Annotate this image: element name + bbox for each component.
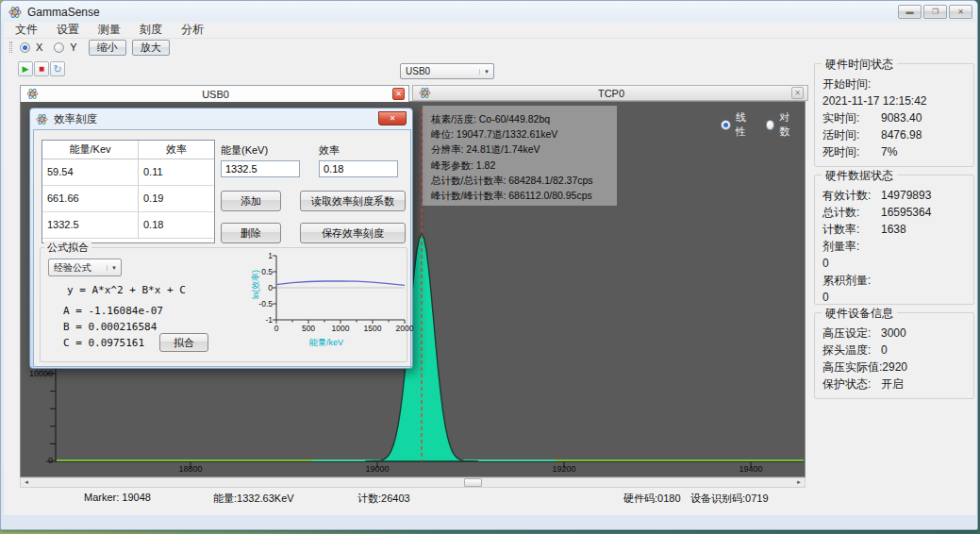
fit-x-tick: 2000	[388, 324, 422, 333]
protect-status-label: 保护状态:	[822, 375, 881, 392]
count-rate-label: 计数率:	[822, 221, 881, 238]
coefficient-a: A = -1.16084e-07	[63, 305, 163, 317]
fit-x-tick: 1000	[324, 324, 357, 333]
efficiency-fit-chart: 1 0.5 0 -0.5 -1 0 500 1000 1500 2000 ln(…	[241, 248, 412, 363]
dialog-title: 效率刻度	[54, 112, 97, 126]
dead-time-label: 死时间:	[822, 143, 881, 160]
count-rate-value: 1638	[881, 223, 906, 236]
chevron-down-icon: ▼	[479, 69, 493, 75]
table-row[interactable]: 59.54 0.11	[42, 159, 214, 186]
delete-button[interactable]: 删除	[221, 223, 281, 243]
status-counts: 计数:26403	[357, 492, 410, 506]
dialog-close-button[interactable]: ✕	[378, 111, 407, 125]
x-tick-19400: 19400	[723, 464, 779, 474]
close-button[interactable]: ✕	[949, 5, 972, 19]
table-row[interactable]: 1332.5 0.18	[42, 212, 214, 239]
hardware-data-title: 硬件数据状态	[822, 168, 897, 184]
x-axis-radio[interactable]	[20, 42, 30, 53]
cell-energy: 59.54	[42, 159, 139, 185]
add-button[interactable]: 添加	[221, 191, 281, 211]
tab-tcp0-close-icon[interactable]: ✕	[791, 87, 804, 99]
status-device-id: 设备识别码:0719	[690, 492, 769, 506]
energy-input-label: 能量(KeV)	[221, 143, 268, 158]
zoom-out-button[interactable]: 缩小	[89, 40, 126, 56]
hv-set-label: 高压设定:	[822, 325, 881, 342]
probe-temp-value: 0	[881, 343, 888, 357]
start-acquisition-button[interactable]: ▶	[18, 61, 33, 76]
toolbar-gripper	[9, 42, 12, 53]
device-select[interactable]: USB0 ▼	[400, 63, 494, 79]
efficiency-table[interactable]: 能量/Kev 效率 59.54 0.11 661.66 0.19 1332.5 …	[42, 140, 215, 243]
menu-file[interactable]: 文件	[15, 22, 38, 38]
valid-counts-value: 14979893	[881, 189, 931, 202]
status-marker: Marker: 19048	[84, 492, 151, 503]
hv-actual-label: 高压实际值:	[822, 359, 882, 375]
menu-settings[interactable]: 设置	[57, 22, 79, 38]
table-row[interactable]: 661.66 0.19	[42, 186, 214, 212]
fit-x-axis-label: 能量/keV	[241, 337, 412, 349]
x-axis-label: X	[36, 42, 42, 53]
horizontal-scrollbar[interactable]: ◄ ►	[20, 477, 806, 488]
cumulative-dose-label: 累积剂量:	[822, 272, 881, 289]
scrollbar-thumb[interactable]	[464, 478, 482, 487]
y-tick-0: 0	[23, 456, 53, 465]
fit-curve	[276, 281, 405, 285]
coefficient-b: B = 0.000216584	[63, 321, 157, 333]
x-tick-18800: 18800	[162, 464, 219, 474]
hv-set-value: 3000	[881, 326, 906, 340]
dialog-titlebar[interactable]: 效率刻度 ✕	[30, 108, 412, 129]
linear-scale-radio[interactable]	[721, 120, 731, 130]
titlebar: GammaSense ▬ ❐ ✕	[4, 3, 976, 22]
status-energy: 能量:1332.63KeV	[213, 492, 294, 506]
formula-fit-group: 公式拟合 经验公式 ▼ y = A*x^2 + B*x + C A = -1.1…	[40, 247, 407, 362]
menu-calibration[interactable]: 刻度	[140, 22, 162, 38]
dialog-body: 能量/Kev 效率 59.54 0.11 661.66 0.19 1332.5 …	[33, 129, 411, 367]
energy-input[interactable]	[221, 160, 300, 177]
axis-toolbar: X Y 缩小 放大	[4, 39, 976, 56]
info-total-counts: 总计数/总计数率: 684284.1/82.37cps	[431, 173, 608, 188]
linear-scale-label: 线性	[736, 110, 754, 139]
stop-acquisition-button[interactable]: ■	[34, 61, 49, 76]
fit-button[interactable]: 拟合	[159, 333, 208, 352]
info-nuclide: 核素/活度: Co-60/449.82bq	[431, 111, 608, 126]
x-tick-19000: 19000	[349, 464, 406, 474]
maximize-button[interactable]: ❐	[923, 5, 947, 19]
start-time-label: 开始时间:	[822, 75, 881, 92]
hardware-time-group: 硬件时间状态 开始时间: 2021-11-17 12:15:42 实时间:908…	[814, 63, 974, 167]
efficiency-input[interactable]	[319, 160, 398, 177]
table-header-energy: 能量/Kev	[42, 141, 139, 159]
window-title: GammaSense	[27, 6, 100, 19]
menubar: 文件 设置 测量 刻度 分析	[4, 22, 976, 39]
cell-efficiency: 0.19	[139, 186, 214, 211]
save-calibration-button[interactable]: 保存效率刻度	[300, 223, 406, 243]
main-window: GammaSense ▬ ❐ ✕ 文件 设置 测量 刻度 分析 X Y 缩小 放…	[0, 0, 978, 530]
hardware-device-group: 硬件设备信息 高压设定:3000 探头温度:0 高压实际值:2920 保护状态:…	[814, 312, 974, 399]
refresh-button[interactable]: ↻	[50, 61, 65, 76]
valid-counts-label: 有效计数:	[822, 187, 881, 204]
table-header-efficiency: 效率	[139, 141, 214, 159]
formula-select-value: 经验公式	[49, 261, 107, 275]
scroll-right-icon[interactable]: ►	[793, 478, 805, 487]
log-scale-radio[interactable]	[766, 120, 775, 130]
menu-analysis[interactable]: 分析	[181, 22, 204, 38]
info-peak-shape: 峰形参数: 1.82	[431, 158, 608, 173]
log-scale-label: 对数	[779, 110, 797, 139]
tab-usb0[interactable]: USB0 ✕	[20, 85, 409, 102]
formula-select[interactable]: 经验公式 ▼	[48, 259, 122, 276]
minimize-button[interactable]: ▬	[898, 5, 922, 19]
probe-temp-label: 探头温度:	[822, 342, 881, 359]
formula-fit-title: 公式拟合	[44, 241, 91, 255]
real-time-label: 实时间:	[822, 109, 881, 126]
fit-x-tick: 500	[291, 324, 325, 333]
dose-rate-label: 剂量率:	[822, 238, 881, 255]
y-axis-radio[interactable]	[54, 42, 64, 53]
read-coefficients-button[interactable]: 读取效率刻度系数	[300, 191, 406, 211]
cell-efficiency: 0.11	[139, 159, 214, 185]
tab-usb0-close-icon[interactable]: ✕	[392, 88, 405, 100]
cumulative-dose-value: 0	[815, 289, 973, 306]
scroll-left-icon[interactable]: ◄	[21, 478, 32, 487]
hardware-time-title: 硬件时间状态	[822, 57, 897, 73]
tab-tcp0[interactable]: TCP0 ✕	[412, 85, 808, 101]
zoom-in-button[interactable]: 放大	[132, 40, 170, 56]
menu-measure[interactable]: 测量	[98, 22, 121, 38]
